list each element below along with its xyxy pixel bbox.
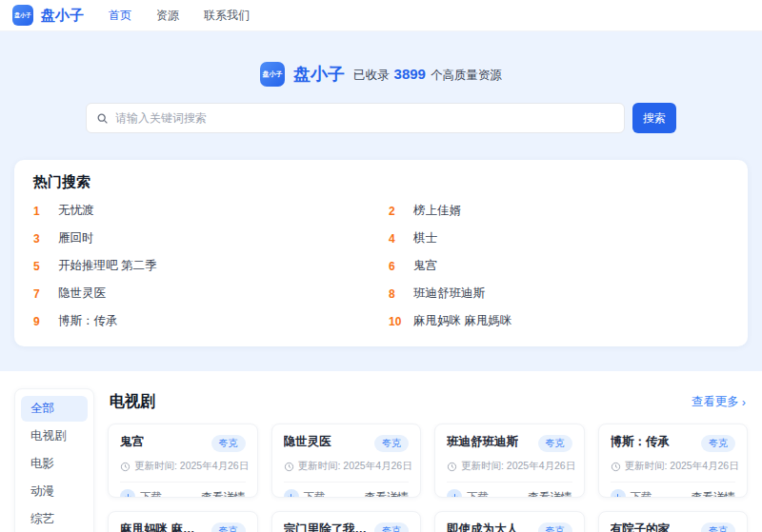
chevron-right-icon: ›	[742, 396, 746, 409]
resource-card: 有院子的家 夸克 更新时间: 2025年4月26日	[598, 511, 749, 532]
stats-suffix: 个高质量资源	[431, 68, 502, 84]
card-update-time: 更新时间: 2025年4月26日	[298, 460, 412, 473]
nav-links: 首页 资源 联系我们	[109, 8, 250, 24]
hot-label: 博斯：传承	[58, 313, 118, 329]
download-label: 下载	[631, 490, 652, 499]
resource-card: 班迪舒班迪斯 夸克 更新时间: 2025年4月26日	[434, 424, 585, 498]
hot-search-item[interactable]: 4 棋士	[389, 225, 729, 252]
hot-label: 鬼宫	[413, 258, 437, 274]
brand-name[interactable]: 盘小子	[41, 7, 84, 25]
search-button[interactable]: 搜索	[632, 103, 676, 133]
hot-label: 棋士	[413, 230, 437, 246]
clock-icon	[611, 462, 621, 472]
search-input[interactable]	[115, 111, 614, 125]
hot-label: 开始推理吧 第二季	[58, 258, 156, 274]
navbar: 盘小子 盘小子 首页 资源 联系我们	[0, 0, 762, 31]
download-button[interactable]: 下载	[120, 489, 162, 498]
content-area: 电视剧 查看更多 › 鬼宫 夸克 更新时间: 2	[108, 388, 748, 532]
hot-search-item[interactable]: 7 隐世灵医	[33, 280, 373, 307]
clock-icon	[120, 462, 130, 472]
view-detail-link[interactable]: 查看详情	[529, 490, 572, 499]
nav-link-home[interactable]: 首页	[109, 8, 131, 24]
netdisk-badge: 夸克	[374, 435, 409, 452]
card-title[interactable]: 麻甩妈咪 麻甩媽咪	[120, 522, 206, 532]
hot-search-title: 热门搜索	[33, 173, 729, 191]
download-icon	[611, 489, 626, 498]
hot-rank: 2	[389, 205, 413, 218]
hot-search-item[interactable]: 8 班迪舒班迪斯	[389, 280, 729, 307]
hot-rank: 1	[33, 205, 58, 218]
hot-rank: 5	[33, 260, 58, 273]
hot-label: 雁回时	[58, 230, 94, 246]
view-detail-link[interactable]: 查看详情	[692, 490, 735, 499]
nav-link-resources[interactable]: 资源	[156, 8, 179, 24]
hot-rank: 3	[33, 232, 58, 246]
hot-rank: 4	[389, 232, 413, 246]
hero-title: 盘小子 盘小子 已收录 3899 个高质量资源	[14, 62, 748, 87]
resource-grid: 鬼宫 夸克 更新时间: 2025年4月26日	[108, 424, 748, 532]
netdisk-badge: 夸克	[701, 522, 735, 532]
sidebar-item-movie[interactable]: 电影	[21, 451, 88, 477]
hot-label: 隐世灵医	[58, 286, 106, 302]
netdisk-badge: 夸克	[538, 435, 572, 452]
card-title[interactable]: 隐世灵医	[284, 435, 331, 450]
clock-icon	[447, 462, 457, 472]
card-title[interactable]: 鬼宫	[120, 435, 144, 450]
card-title[interactable]: 有院子的家	[611, 522, 671, 532]
card-title[interactable]: 即使成为大人	[447, 522, 518, 532]
download-icon	[447, 489, 462, 498]
hero-stats: 已收录 3899 个高质量资源	[353, 66, 502, 84]
main-area: 全部 电视剧 电影 动漫 综艺 漫画 短剧 电子书 课程 音乐 电视剧 查看更多…	[0, 379, 762, 532]
hot-search-item[interactable]: 10 麻甩妈咪 麻甩媽咪	[389, 307, 729, 335]
view-more-label: 查看更多	[692, 394, 739, 410]
search-input-wrap	[86, 103, 625, 133]
hot-rank: 10	[389, 315, 413, 328]
nav-link-contact[interactable]: 联系我们	[204, 8, 250, 24]
card-title[interactable]: 宗门里除了我都是卧底	[284, 522, 370, 532]
hero-section: 盘小子 盘小子 已收录 3899 个高质量资源 搜索 热门搜索 1 无忧渡	[0, 31, 762, 371]
hot-search-item[interactable]: 5 开始推理吧 第二季	[33, 252, 373, 280]
sidebar-item-anime[interactable]: 动漫	[21, 479, 88, 504]
hot-rank: 8	[389, 287, 413, 301]
download-button[interactable]: 下载	[447, 489, 489, 498]
sidebar-item-tv[interactable]: 电视剧	[21, 424, 88, 449]
download-icon	[120, 489, 135, 498]
resource-card: 鬼宫 夸克 更新时间: 2025年4月26日	[108, 424, 258, 498]
view-detail-link[interactable]: 查看详情	[202, 490, 246, 499]
card-title[interactable]: 博斯：传承	[611, 435, 671, 450]
download-label: 下载	[467, 490, 489, 499]
netdisk-badge: 夸克	[211, 522, 246, 532]
sidebar-item-all[interactable]: 全部	[21, 396, 88, 422]
download-button[interactable]: 下载	[611, 489, 652, 498]
search-bar: 搜索	[86, 103, 676, 133]
hot-search-item[interactable]: 6 鬼宫	[389, 252, 729, 280]
brand-logo-icon[interactable]: 盘小子	[12, 5, 33, 26]
resource-card: 麻甩妈咪 麻甩媽咪 夸克 更新时间: 2025年4月26日	[108, 511, 258, 532]
hero-logo-icon: 盘小子	[260, 62, 285, 87]
hot-search-item[interactable]: 9 博斯：传承	[33, 307, 373, 335]
hot-label: 班迪舒班迪斯	[413, 286, 485, 302]
view-more-link[interactable]: 查看更多 ›	[692, 394, 746, 410]
hot-label: 榜上佳婿	[413, 203, 461, 219]
download-label: 下载	[140, 490, 162, 499]
card-title[interactable]: 班迪舒班迪斯	[447, 435, 518, 450]
hot-search-item[interactable]: 3 雁回时	[33, 225, 373, 252]
category-sidebar: 全部 电视剧 电影 动漫 综艺 漫画 短剧 电子书 课程 音乐	[14, 388, 94, 532]
clock-icon	[284, 462, 294, 472]
download-button[interactable]: 下载	[284, 489, 326, 498]
hot-search-item[interactable]: 2 榜上佳婿	[389, 197, 729, 225]
netdisk-badge: 夸克	[211, 435, 246, 452]
hot-rank: 9	[33, 315, 58, 328]
section-title: 电视剧	[110, 392, 155, 412]
search-icon	[96, 112, 109, 125]
view-detail-link[interactable]: 查看详情	[365, 490, 409, 499]
card-update-time: 更新时间: 2025年4月26日	[461, 460, 575, 473]
card-update-time: 更新时间: 2025年4月26日	[134, 460, 249, 473]
sidebar-item-variety[interactable]: 综艺	[21, 506, 88, 532]
resource-card: 博斯：传承 夸克 更新时间: 2025年4月26日	[598, 424, 749, 498]
hot-search-item[interactable]: 1 无忧渡	[33, 197, 373, 225]
resource-card: 宗门里除了我都是卧底 夸克 更新时间: 2025年4月26日	[271, 511, 422, 532]
netdisk-badge: 夸克	[701, 435, 735, 452]
hot-rank: 6	[389, 260, 413, 273]
hot-search-list: 1 无忧渡 2 榜上佳婿 3 雁回时 4 棋士 5 开始推理吧 第二季 6 鬼宫	[33, 197, 729, 335]
